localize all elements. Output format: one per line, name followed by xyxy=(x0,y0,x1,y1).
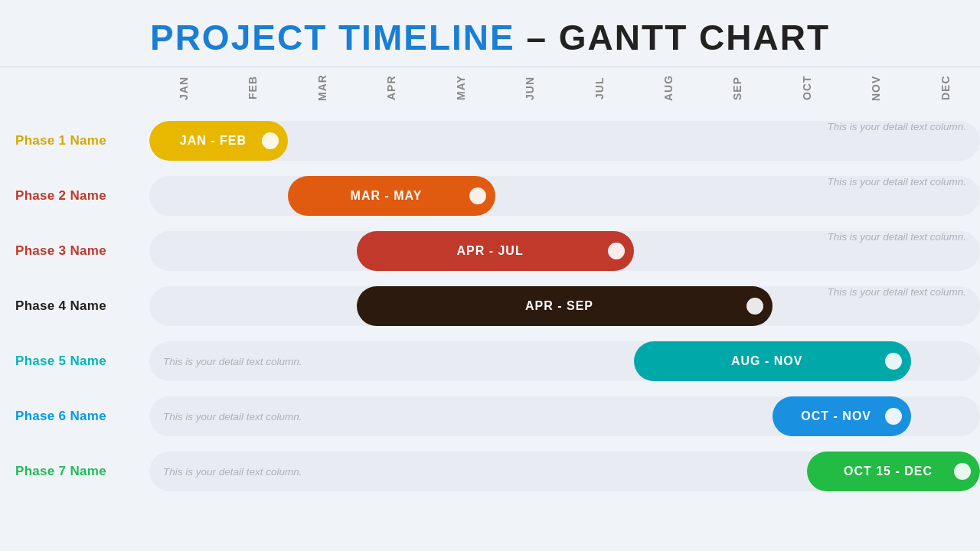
detail-text-5: This is your detail text column. xyxy=(163,356,302,367)
detail-text-4: This is your detail text column. xyxy=(827,286,966,298)
phase-label-7: Phase 7 Name xyxy=(0,444,149,499)
gantt-bar-2: MAR - MAY xyxy=(288,176,495,216)
bar-dot-4 xyxy=(746,298,763,315)
month-label-nov: NOV xyxy=(841,69,910,107)
page-title: PROJECT TIMELINE – GANTT CHART xyxy=(0,17,980,58)
month-label-mar: MAR xyxy=(288,69,357,107)
phase-label-5: Phase 5 Name xyxy=(0,334,149,389)
detail-text-2: This is your detail text column. xyxy=(827,176,966,187)
month-label-jul: JUL xyxy=(565,69,634,107)
title-blue: PROJECT TIMELINE xyxy=(150,18,515,57)
gantt-track-7: OCT 15 - DECThis is your detail text col… xyxy=(149,452,980,491)
phase-label-4: Phase 4 Name xyxy=(0,279,149,334)
gantt-bar-6: OCT - NOV xyxy=(773,396,911,436)
month-label-feb: FEB xyxy=(218,69,287,107)
gantt-track-3: APR - JULThis is your detail text column… xyxy=(149,231,980,271)
gantt-bar-3: APR - JUL xyxy=(357,231,634,271)
month-label-dec: DEC xyxy=(911,69,980,107)
gantt-bar-5: AUG - NOV xyxy=(634,341,911,381)
phase-label-6: Phase 6 Name xyxy=(0,389,149,444)
gantt-row-2: MAR - MAYThis is your detail text column… xyxy=(149,168,980,223)
gantt-bar-7: OCT 15 - DEC xyxy=(807,452,980,491)
gantt-track-4: APR - SEPThis is your detail text column… xyxy=(149,286,980,326)
month-label-oct: OCT xyxy=(773,69,841,107)
phase-label-3: Phase 3 Name xyxy=(0,223,149,279)
phase-labels: Phase 1 NamePhase 2 NamePhase 3 NamePhas… xyxy=(0,67,149,551)
bar-dot-7 xyxy=(954,463,971,480)
bar-dot-5 xyxy=(885,353,902,370)
gantt-bar-4: APR - SEP xyxy=(357,286,773,326)
gantt-track-5: AUG - NOVThis is your detail text column… xyxy=(149,341,980,381)
month-label-apr: APR xyxy=(357,69,426,107)
gantt-row-7: OCT 15 - DECThis is your detail text col… xyxy=(149,444,980,499)
detail-text-3: This is your detail text column. xyxy=(827,231,966,243)
gantt-row-1: JAN - FEBThis is your detail text column… xyxy=(149,113,980,168)
gantt-row-5: AUG - NOVThis is your detail text column… xyxy=(149,334,980,389)
main-content: Phase 1 NamePhase 2 NamePhase 3 NamePhas… xyxy=(0,67,980,551)
gantt-bar-1: JAN - FEB xyxy=(149,121,288,161)
gantt-track-2: MAR - MAYThis is your detail text column… xyxy=(149,176,980,216)
month-label-aug: AUG xyxy=(634,69,703,107)
detail-text-7: This is your detail text column. xyxy=(163,466,302,478)
page-header: PROJECT TIMELINE – GANTT CHART xyxy=(0,0,980,67)
bar-dot-6 xyxy=(885,408,902,425)
chart-area: JANFEBMARAPRMAYJUNJULAUGSEPOCTNOVDEC JAN… xyxy=(149,67,980,551)
detail-text-1: This is your detail text column. xyxy=(827,121,966,132)
phase-label-2: Phase 2 Name xyxy=(0,168,149,223)
detail-text-6: This is your detail text column. xyxy=(163,411,302,422)
bar-dot-3 xyxy=(608,243,625,259)
month-header: JANFEBMARAPRMAYJUNJULAUGSEPOCTNOVDEC xyxy=(149,67,980,113)
month-label-jun: JUN xyxy=(495,69,564,107)
bar-dot-2 xyxy=(469,187,486,204)
rows-area: JAN - FEBThis is your detail text column… xyxy=(149,113,980,551)
gantt-row-4: APR - SEPThis is your detail text column… xyxy=(149,279,980,334)
month-label-jan: JAN xyxy=(149,69,218,107)
month-label-may: MAY xyxy=(426,69,495,107)
gantt-track-6: OCT - NOVThis is your detail text column… xyxy=(149,396,980,436)
bar-dot-1 xyxy=(262,132,279,149)
gantt-row-3: APR - JULThis is your detail text column… xyxy=(149,223,980,279)
gantt-row-6: OCT - NOVThis is your detail text column… xyxy=(149,389,980,444)
month-label-sep: SEP xyxy=(703,69,772,107)
title-dark: – GANTT CHART xyxy=(526,18,830,57)
gantt-track-1: JAN - FEBThis is your detail text column… xyxy=(149,121,980,161)
phase-label-1: Phase 1 Name xyxy=(0,113,149,168)
